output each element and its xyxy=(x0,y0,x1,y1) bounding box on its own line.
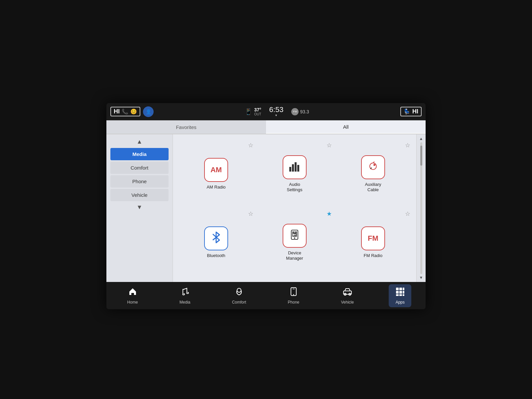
status-center: 📱 37° OUT 6:53 ▾ FM 93.3 xyxy=(245,106,309,117)
clock: 6:53 xyxy=(269,106,284,113)
right-hi-label: HI xyxy=(412,108,418,115)
app-label-fm-radio: FM Radio xyxy=(364,253,382,258)
time-chevron: ▾ xyxy=(269,113,284,117)
scroll-thumb xyxy=(420,146,422,166)
sidebar-item-phone[interactable]: Phone xyxy=(110,175,169,188)
svg-rect-19 xyxy=(396,288,399,290)
app-icon-am-radio[interactable]: AM xyxy=(204,158,228,182)
nav-label-phone: Phone xyxy=(288,300,300,305)
app-cell-audio-settings: ☆ AudioSettings xyxy=(255,140,334,208)
apps-icon xyxy=(395,287,405,299)
sidebar-item-vehicle[interactable]: Vehicle xyxy=(110,189,169,201)
radio-display: FM 93.3 xyxy=(291,108,309,115)
profile-button[interactable]: 👤 xyxy=(143,106,154,117)
nav-label-vehicle: Vehicle xyxy=(341,300,354,305)
app-label-device-manager: DeviceManager xyxy=(286,250,303,261)
nav-label-comfort: Comfort xyxy=(232,300,246,305)
nav-item-media[interactable]: Media xyxy=(173,284,197,307)
apps-grid: ☆ AM AM Radio ☆ xyxy=(173,134,416,282)
star-fm-radio[interactable]: ☆ xyxy=(405,210,410,217)
app-label-audio-settings: AudioSettings xyxy=(287,182,303,192)
sidebar-item-comfort[interactable]: Comfort xyxy=(110,162,169,174)
star-auxiliary-cable[interactable]: ☆ xyxy=(405,142,410,149)
scroll-track[interactable] xyxy=(420,142,422,274)
nav-label-media: Media xyxy=(180,300,191,305)
fm-badge: FM xyxy=(291,108,299,115)
phone-icon: 📞 xyxy=(122,108,128,115)
svg-rect-0 xyxy=(289,167,291,172)
star-audio-settings[interactable]: ☆ xyxy=(327,142,332,149)
app-icon-bluetooth[interactable] xyxy=(204,226,228,250)
svg-point-11 xyxy=(294,231,295,233)
svg-rect-22 xyxy=(396,291,399,294)
svg-point-12 xyxy=(237,288,241,292)
radio-frequency: 93.3 xyxy=(300,109,309,114)
infotainment-screen: HI 📞 😊 👤 📱 37° OUT 6:53 ▾ xyxy=(106,103,426,309)
nav-item-home[interactable]: Home xyxy=(121,284,145,307)
app-icon-fm-radio[interactable]: FM xyxy=(361,226,385,250)
face-icon: 😊 xyxy=(130,108,137,115)
sidebar-down-arrow[interactable]: ▼ xyxy=(106,202,173,212)
phone-signal-icon: 📱 xyxy=(245,108,252,115)
nav-item-comfort[interactable]: Comfort xyxy=(225,284,253,307)
sidebar: ▲ Media Comfort Phone Vehicle ▼ xyxy=(106,134,173,282)
app-label-am-radio: AM Radio xyxy=(206,185,225,190)
tab-all[interactable]: All xyxy=(266,120,426,134)
left-hi-box[interactable]: HI 📞 😊 xyxy=(110,107,140,116)
scroll-up-arrow[interactable]: ▲ xyxy=(419,136,423,141)
svg-rect-23 xyxy=(399,291,402,294)
status-right: 💺 HI xyxy=(400,107,422,116)
svg-rect-20 xyxy=(399,288,402,290)
time-display: 6:53 ▾ xyxy=(269,106,284,117)
bluetooth-icon xyxy=(211,231,221,246)
app-icon-audio-settings[interactable] xyxy=(283,155,307,179)
app-icon-auxiliary-cable[interactable] xyxy=(361,155,385,179)
bottom-nav: Home Media Comfort xyxy=(106,282,426,309)
star-bluetooth[interactable]: ☆ xyxy=(248,210,253,217)
tab-favorites[interactable]: Favorites xyxy=(106,120,266,134)
svg-rect-2 xyxy=(295,162,297,172)
app-cell-am-radio: ☆ AM AM Radio xyxy=(177,140,255,208)
svg-point-6 xyxy=(373,164,375,166)
scroll-bar: ▲ ▼ xyxy=(416,134,426,282)
status-left: HI 📞 😊 👤 xyxy=(110,106,154,117)
sidebar-up-arrow[interactable]: ▲ xyxy=(106,137,173,147)
svg-line-5 xyxy=(373,162,374,163)
app-cell-bluetooth: ☆ Bluetooth xyxy=(177,208,255,277)
right-hi-box[interactable]: 💺 HI xyxy=(400,107,422,116)
home-icon xyxy=(128,287,137,299)
star-am-radio[interactable]: ☆ xyxy=(248,142,253,149)
svg-rect-1 xyxy=(292,164,294,172)
status-bar: HI 📞 😊 👤 📱 37° OUT 6:53 ▾ xyxy=(106,103,426,120)
phone-temp-display: 📱 37° OUT xyxy=(245,107,261,116)
vehicle-icon xyxy=(342,287,353,299)
star-device-manager[interactable]: ★ xyxy=(327,210,332,217)
app-icon-device-manager[interactable] xyxy=(283,224,307,248)
app-cell-fm-radio: ☆ FM FM Radio xyxy=(334,208,412,277)
seat-icon: 💺 xyxy=(404,108,410,115)
main-content: Favorites All ▲ Media Comfort Phone xyxy=(106,120,426,282)
scroll-down-arrow[interactable]: ▼ xyxy=(419,275,423,280)
svg-rect-25 xyxy=(396,294,399,296)
nav-label-home: Home xyxy=(127,300,138,305)
svg-line-7 xyxy=(370,168,372,169)
phone-icon-nav xyxy=(290,287,298,299)
sidebar-item-media[interactable]: Media xyxy=(110,148,169,160)
nav-item-apps[interactable]: Apps xyxy=(389,284,411,307)
apps-area: ☆ AM AM Radio ☆ xyxy=(173,134,426,282)
svg-rect-27 xyxy=(403,294,404,296)
nav-item-phone[interactable]: Phone xyxy=(281,284,306,307)
svg-rect-3 xyxy=(297,165,299,172)
comfort-icon xyxy=(234,287,244,299)
left-hi-label: HI xyxy=(114,108,120,115)
nav-item-vehicle[interactable]: Vehicle xyxy=(334,284,360,307)
body-area: ▲ Media Comfort Phone Vehicle ▼ xyxy=(106,134,426,282)
app-cell-device-manager: ★ D xyxy=(255,208,334,277)
nav-label-apps: Apps xyxy=(396,300,405,305)
svg-point-15 xyxy=(293,294,294,295)
svg-rect-21 xyxy=(403,288,404,290)
media-icon xyxy=(180,287,190,299)
temp-label: OUT xyxy=(254,112,261,116)
app-cell-auxiliary-cable: ☆ AuxiliaryCable xyxy=(334,140,412,208)
app-label-auxiliary-cable: AuxiliaryCable xyxy=(365,182,381,192)
